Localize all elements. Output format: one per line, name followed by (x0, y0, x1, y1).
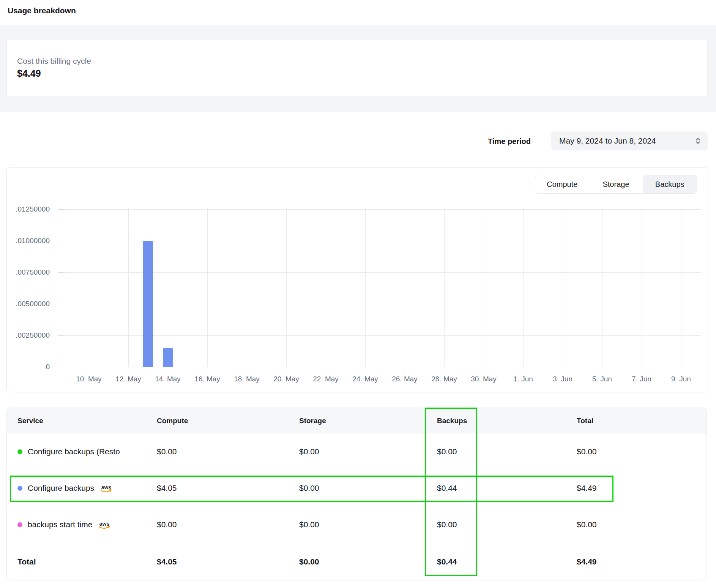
time-period-label: Time period (488, 136, 531, 147)
y-axis-label: .00750000 (7, 268, 50, 277)
gridline-vertical (563, 208, 563, 367)
service-name: backups start time (28, 520, 92, 529)
y-axis-label: .00500000 (7, 299, 50, 308)
gridline-vertical (484, 208, 484, 367)
chart-bar (143, 241, 153, 367)
y-axis-label: .01000000 (7, 236, 50, 245)
cell-storage: $0.00 (299, 433, 319, 470)
total-cell-backups: $0.44 (437, 543, 457, 580)
service-name: Configure backups (Resto (28, 447, 120, 456)
gridline-vertical (444, 208, 445, 367)
table-header-row: ServiceComputeStorageBackupsTotal (7, 408, 707, 433)
table-row: backups start timeaws$0.00$0.00$0.00$0.0… (7, 506, 707, 543)
cell-compute: $0.00 (157, 506, 177, 543)
aws-icon: aws (98, 521, 111, 530)
total-cell-storage: $0.00 (299, 543, 319, 580)
summary-card-label: Cost this billing cycle (17, 56, 707, 66)
column-header-total: Total (577, 408, 593, 433)
column-header-backups: Backups (437, 408, 467, 433)
gridline-horizontal (65, 241, 701, 241)
gridline-horizontal (65, 367, 701, 367)
gridline-horizontal (65, 272, 701, 273)
service-name: Configure backups (28, 484, 94, 493)
cell-storage: $0.00 (299, 506, 319, 543)
time-period-value: May 9, 2024 to Jun 8, 2024 (559, 136, 656, 145)
gridline-vertical (247, 208, 247, 367)
cell-total: $0.00 (577, 506, 597, 543)
aws-icon: aws (99, 484, 113, 493)
y-axis-label: .00250000 (7, 331, 50, 340)
cell-compute: $0.00 (157, 433, 177, 470)
gridline-vertical (89, 208, 89, 367)
gridline-vertical (642, 208, 642, 367)
billing-summary-card: Cost this billing cycle $4.49 (6, 39, 708, 97)
y-axis-tick (58, 335, 65, 336)
y-axis-tick (58, 367, 65, 367)
x-axis-label: 9. Jun (656, 375, 706, 384)
usage-breakdown-page: Usage breakdown Cost this billing cycle … (0, 0, 716, 588)
chart-bar (163, 348, 173, 367)
page-title: Usage breakdown (8, 5, 76, 16)
y-axis-label: 0 (7, 362, 50, 371)
column-header-service: Service (17, 408, 43, 433)
y-axis-tick (58, 209, 65, 210)
gridline-vertical (365, 208, 366, 367)
total-cell-total: $4.49 (577, 543, 597, 580)
gridline-vertical (168, 208, 168, 367)
cell-total: $4.49 (577, 470, 597, 506)
total-row-label: Total (17, 543, 36, 580)
y-axis-tick (58, 241, 65, 241)
service-cell: Configure backups (Resto (17, 433, 120, 470)
y-axis-tick (58, 272, 65, 273)
gridline-vertical (405, 208, 405, 367)
table-row: Configure backupsaws$4.05$0.00$0.44$4.49 (7, 470, 707, 506)
gridline-vertical (701, 208, 701, 367)
gridline-vertical (602, 208, 602, 367)
cell-backups: $0.00 (437, 433, 457, 470)
bar-chart: .01250000.01000000.00750000.00500000.002… (7, 168, 708, 392)
gridline-horizontal (65, 304, 701, 304)
service-cell: Configure backupsaws (17, 470, 113, 506)
gridline-vertical (286, 208, 287, 367)
cell-backups: $0.00 (437, 506, 457, 543)
gridline-vertical (326, 208, 326, 367)
column-header-compute: Compute (157, 408, 188, 433)
series-dot (17, 449, 22, 454)
gridline-vertical (207, 208, 208, 367)
table-row: Configure backups (Resto$0.00$0.00$0.00$… (7, 433, 707, 470)
series-dot (17, 486, 22, 491)
summary-card-value: $4.49 (17, 67, 707, 80)
y-axis-tick (58, 304, 65, 304)
series-dot (17, 522, 22, 527)
gridline-horizontal (65, 335, 701, 336)
time-period-select[interactable]: May 9, 2024 to Jun 8, 2024 (551, 131, 708, 150)
total-cell-compute: $4.05 (157, 543, 177, 580)
billing-summary-section: Cost this billing cycle $4.49 (0, 25, 716, 112)
cell-compute: $4.05 (157, 470, 177, 506)
service-cell: backups start timeaws (17, 506, 111, 543)
updown-chevron-icon (695, 137, 701, 145)
usage-chart-card: ComputeStorageBackups .01250000.01000000… (6, 167, 708, 392)
cell-storage: $0.00 (299, 470, 319, 506)
gridline-horizontal (65, 209, 701, 210)
gridline-vertical (523, 208, 524, 367)
gridline-vertical (128, 208, 129, 367)
cell-backups: $0.44 (437, 470, 457, 506)
cell-total: $0.00 (577, 433, 597, 470)
table-total-row: Total$4.05$0.00$0.44$4.49 (7, 543, 707, 580)
usage-table: ServiceComputeStorageBackupsTotal Config… (6, 408, 707, 580)
y-axis-label: .01250000 (7, 205, 50, 214)
column-header-storage: Storage (299, 408, 326, 433)
gridline-vertical (681, 208, 681, 367)
